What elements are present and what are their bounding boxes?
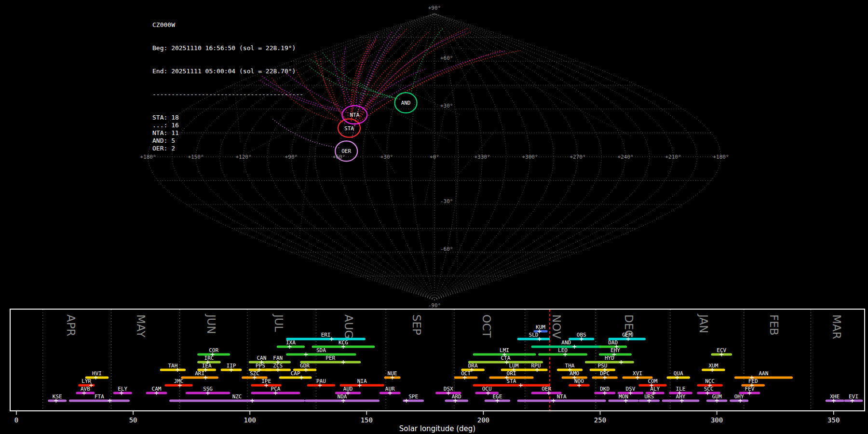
x-tick-150: 150 xyxy=(361,416,373,424)
svg-text:+30°: +30° xyxy=(380,154,393,160)
radiant-label-AND: AND xyxy=(401,100,411,106)
shower-bar-NUE: NUE xyxy=(385,370,399,380)
shower-label-SDA: SDA xyxy=(316,347,326,353)
shower-label-EGE: EGE xyxy=(493,393,502,400)
x-tick-200: 200 xyxy=(477,416,489,424)
shower-label-PAU: PAU xyxy=(316,378,326,384)
pole-label-south: -90° xyxy=(428,302,441,309)
shower-bar-RPU: RPU xyxy=(526,363,547,372)
x-tick-350: 350 xyxy=(827,416,840,424)
shower-bar-AAN: AAN xyxy=(735,370,791,380)
shower-bar-IIP: IIP xyxy=(222,363,241,372)
svg-text:-30°: -30° xyxy=(440,198,453,204)
shower-label-HYD: HYD xyxy=(605,355,614,361)
info-separator: ---------------------------------------- xyxy=(152,91,303,98)
shower-label-AUR: AUR xyxy=(385,386,395,392)
shower-count-OER: OER: 2 xyxy=(152,145,303,152)
shower-label-KUM: KUM xyxy=(536,324,545,330)
peak-marker-PER xyxy=(341,360,345,364)
shower-label-FED: FED xyxy=(748,378,758,384)
month-label-FEB: FEB xyxy=(768,314,780,336)
shower-label-THA: THA xyxy=(565,363,575,369)
shower-count-spo: ...: 16 xyxy=(152,122,303,129)
shower-label-DKD: DKD xyxy=(600,386,610,392)
shower-label-ALY: ALY xyxy=(650,386,660,392)
shower-label-OHY: OHY xyxy=(734,393,744,400)
shower-bar-IXA: IXA xyxy=(278,339,303,349)
shower-label-MON: MON xyxy=(619,393,628,400)
shower-label-ZCS: ZCS xyxy=(273,363,283,369)
shower-bar-AHY: AHY xyxy=(663,393,698,403)
shower-bar-PCA: PCA xyxy=(252,386,299,395)
month-label-NOV: NOV xyxy=(550,314,563,339)
month-label-JAN: JAN xyxy=(697,313,710,333)
shower-label-OCT: OCT xyxy=(461,370,471,377)
shower-bar-KSE: KSE xyxy=(49,393,66,403)
shower-label-PSU: PSU xyxy=(597,363,607,369)
shower-label-CAP: CAP xyxy=(291,370,300,377)
shower-label-DAD: DAD xyxy=(608,339,618,346)
shower-bar-TAH: TAH xyxy=(161,363,184,372)
shower-label-STA: STA xyxy=(507,378,516,384)
shower-label-QUA: QUA xyxy=(674,370,683,377)
svg-text:+240°: +240° xyxy=(617,154,633,160)
shower-label-AND: AND xyxy=(561,339,571,346)
shower-label-PPS: PPS xyxy=(256,363,265,369)
shower-label-ELY: ELY xyxy=(118,386,127,392)
shower-bar-OBS: OBS xyxy=(570,332,593,341)
shower-bar-XVI: XVI xyxy=(624,370,651,380)
shower-label-KCG: KCG xyxy=(339,339,348,346)
shower-count-AND: AND: 5 xyxy=(152,137,303,145)
x-tick-50: 50 xyxy=(129,416,137,424)
radiant-label-STA: STA xyxy=(344,125,354,132)
shower-label-LYR: LYR xyxy=(81,378,91,384)
shower-label-SLD: SLD xyxy=(529,332,539,338)
shower-label-FTA: FTA xyxy=(95,393,104,400)
shower-bar-DPC: DPC xyxy=(593,370,616,380)
shower-bar-PER: PER xyxy=(301,355,360,364)
shower-label-NOO: NOO xyxy=(574,378,584,384)
shower-label-COM: COM xyxy=(648,378,658,384)
peak-marker-SPE xyxy=(405,399,408,403)
shower-bar-EGE: EGE xyxy=(486,393,509,403)
svg-text:+270°: +270° xyxy=(570,154,585,160)
month-label-JUN: JUN xyxy=(205,313,217,334)
shower-bar-SSG: SSG xyxy=(187,386,229,395)
shower-count-STA: STA: 18 xyxy=(152,114,303,122)
svg-text:+60°: +60° xyxy=(440,55,453,61)
shower-label-AAN: AAN xyxy=(759,370,769,377)
shower-count-NTA: NTA: 11 xyxy=(152,129,303,137)
peak-marker-STA xyxy=(519,383,523,387)
observation-beg: Beg: 20251110 16:56:50 (sol = 228.19°) xyxy=(152,44,303,52)
shower-label-XVI: XVI xyxy=(633,370,642,377)
observation-end: End: 20251111 05:00:04 (sol = 228.70°) xyxy=(152,68,303,75)
month-boundary-lines xyxy=(43,310,811,410)
shower-bar-AUR: AUR xyxy=(380,386,399,395)
x-axis-title: Solar longitude (deg) xyxy=(399,424,475,433)
svg-text:-60°: -60° xyxy=(440,246,453,252)
shower-bar-HYD: HYD xyxy=(586,355,633,364)
month-label-APR: APR xyxy=(65,314,77,337)
shower-label-IPE: IPE xyxy=(261,378,271,384)
radiant-circle-NTA: NTA xyxy=(342,106,367,124)
shower-bar-PAU: PAU xyxy=(308,378,334,387)
month-label-MAY: MAY xyxy=(135,314,147,338)
shower-label-LUM: LUM xyxy=(509,363,518,369)
shower-label-OER: OER xyxy=(542,386,551,392)
shower-label-SCC: SCC xyxy=(704,386,714,392)
shower-label-URS: URS xyxy=(644,393,654,400)
shower-label-NTA: NTA xyxy=(557,393,567,400)
shower-bar-CAM: CAM xyxy=(147,386,166,395)
shower-label-XUM: XUM xyxy=(708,363,718,369)
x-tick-100: 100 xyxy=(244,416,256,424)
shower-bar-LEO: LEO xyxy=(540,347,586,356)
pole-label-north: +90° xyxy=(428,5,441,11)
shower-bar-ELY: ELY xyxy=(114,386,131,395)
shower-bar-OCT: OCT xyxy=(455,370,476,380)
shower-bar-FTA: FTA xyxy=(70,393,128,403)
shower-bar-SDA: SDA xyxy=(287,347,355,356)
shower-count-list: STA: 18...: 16NTA: 11AND: 5OER: 2 xyxy=(152,114,303,152)
month-label-MAR: MAR xyxy=(830,314,843,339)
shower-bar-EVI: EVI xyxy=(845,393,862,403)
shower-label-OBS: OBS xyxy=(577,332,586,338)
